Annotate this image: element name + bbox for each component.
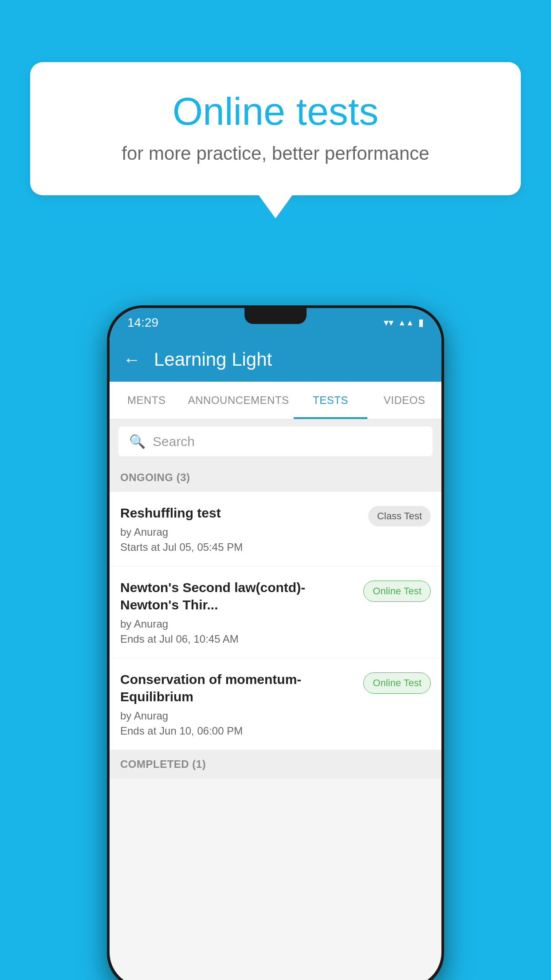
tab-tests[interactable]: TESTS xyxy=(294,382,368,419)
notch xyxy=(244,308,307,324)
phone-frame: 14:29 ▾▾ ▲▲ ▮ ← Learning Light MENTS ANN… xyxy=(107,305,444,980)
completed-section-header: COMPLETED (1) xyxy=(110,750,441,778)
search-icon: 🔍 xyxy=(129,434,146,449)
search-input[interactable]: Search xyxy=(153,434,195,449)
ongoing-section-header: ONGOING (3) xyxy=(110,463,441,492)
phone-screen: 14:29 ▾▾ ▲▲ ▮ ← Learning Light MENTS ANN… xyxy=(110,308,441,980)
test-date-2: Ends at Jul 06, 10:45 AM xyxy=(120,633,356,645)
bubble-subtitle: for more practice, better performance xyxy=(66,143,485,164)
test-info-3: Conservation of momentum-Equilibrium by … xyxy=(120,671,356,737)
ongoing-section-title: ONGOING (3) xyxy=(120,471,190,483)
test-date-3: Ends at Jun 10, 06:00 PM xyxy=(120,725,356,737)
wifi-icon: ▾▾ xyxy=(384,317,394,328)
tab-ments[interactable]: MENTS xyxy=(110,382,184,419)
battery-icon: ▮ xyxy=(418,317,424,328)
test-list: Reshuffling test by Anurag Starts at Jul… xyxy=(110,492,441,750)
tabs-container: MENTS ANNOUNCEMENTS TESTS VIDEOS xyxy=(110,382,441,419)
test-name-2: Newton's Second law(contd)-Newton's Thir… xyxy=(120,579,356,613)
test-author-2: by Anurag xyxy=(120,618,356,630)
search-container: 🔍 Search xyxy=(110,419,441,463)
tab-videos[interactable]: VIDEOS xyxy=(367,382,441,419)
back-button[interactable]: ← xyxy=(123,350,141,370)
app-bar: ← Learning Light xyxy=(110,337,441,382)
bubble-title: Online tests xyxy=(66,89,485,134)
test-name-1: Reshuffling test xyxy=(120,504,361,522)
test-item-1[interactable]: Reshuffling test by Anurag Starts at Jul… xyxy=(110,492,441,566)
test-badge-2: Online Test xyxy=(363,581,431,602)
speech-bubble: Online tests for more practice, better p… xyxy=(30,62,521,195)
test-author-3: by Anurag xyxy=(120,710,356,722)
status-bar: 14:29 ▾▾ ▲▲ ▮ xyxy=(110,308,441,337)
search-bar[interactable]: 🔍 Search xyxy=(118,427,433,456)
test-item-2[interactable]: Newton's Second law(contd)-Newton's Thir… xyxy=(110,566,441,658)
status-time: 14:29 xyxy=(127,316,158,330)
test-name-3: Conservation of momentum-Equilibrium xyxy=(120,671,356,705)
completed-section-title: COMPLETED (1) xyxy=(120,758,206,770)
test-badge-3: Online Test xyxy=(363,672,431,694)
tab-announcements[interactable]: ANNOUNCEMENTS xyxy=(184,382,294,419)
signal-icon: ▲▲ xyxy=(398,318,414,328)
test-info-2: Newton's Second law(contd)-Newton's Thir… xyxy=(120,579,356,645)
app-title: Learning Light xyxy=(154,349,272,370)
status-icons: ▾▾ ▲▲ ▮ xyxy=(384,317,424,328)
test-info-1: Reshuffling test by Anurag Starts at Jul… xyxy=(120,504,361,553)
test-author-1: by Anurag xyxy=(120,526,361,538)
test-date-1: Starts at Jul 05, 05:45 PM xyxy=(120,541,361,553)
test-item-3[interactable]: Conservation of momentum-Equilibrium by … xyxy=(110,658,441,750)
speech-bubble-container: Online tests for more practice, better p… xyxy=(30,62,521,195)
test-badge-1: Class Test xyxy=(368,506,431,526)
